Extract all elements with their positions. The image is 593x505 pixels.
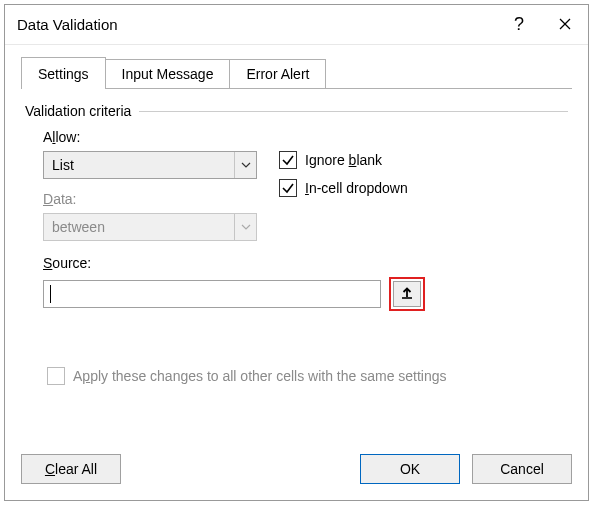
checkbox-icon xyxy=(47,367,65,385)
in-cell-dropdown-label: In-cell dropdown xyxy=(305,180,408,196)
titlebar: Data Validation ? xyxy=(5,5,588,45)
ok-button[interactable]: OK xyxy=(360,454,460,484)
data-value: between xyxy=(52,219,234,235)
data-validation-dialog: Data Validation ? Settings Input Message… xyxy=(4,4,589,501)
help-icon: ? xyxy=(514,14,524,35)
dialog-title: Data Validation xyxy=(17,16,496,33)
settings-panel: Validation criteria Allow: List xyxy=(21,89,572,454)
allow-value: List xyxy=(52,157,234,173)
validation-criteria-label: Validation criteria xyxy=(25,103,568,119)
chevron-down-icon xyxy=(234,152,256,178)
apply-to-others-label: Apply these changes to all other cells w… xyxy=(73,368,447,384)
range-select-icon xyxy=(400,286,414,303)
close-icon xyxy=(559,14,571,35)
ignore-blank-checkbox[interactable]: Ignore blank xyxy=(279,151,408,169)
allow-label: Allow: xyxy=(43,129,257,145)
chevron-down-icon xyxy=(234,214,256,240)
tab-input-message[interactable]: Input Message xyxy=(106,59,231,89)
dialog-footer: Clear All OK Cancel xyxy=(5,454,588,500)
apply-to-others-checkbox: Apply these changes to all other cells w… xyxy=(47,367,568,385)
data-label: Data: xyxy=(43,191,257,207)
source-input[interactable] xyxy=(43,280,381,308)
clear-all-button[interactable]: Clear All xyxy=(21,454,121,484)
checkbox-icon xyxy=(279,179,297,197)
dialog-body: Settings Input Message Error Alert Valid… xyxy=(5,45,588,454)
tab-error-alert[interactable]: Error Alert xyxy=(230,59,326,89)
text-caret xyxy=(50,285,51,303)
highlight-callout xyxy=(389,277,425,311)
collapse-dialog-button[interactable] xyxy=(393,281,421,307)
checkbox-icon xyxy=(279,151,297,169)
in-cell-dropdown-checkbox[interactable]: In-cell dropdown xyxy=(279,179,408,197)
source-label: Source: xyxy=(43,255,568,271)
allow-dropdown[interactable]: List xyxy=(43,151,257,179)
validation-criteria-text: Validation criteria xyxy=(25,103,131,119)
criteria-area: Allow: List Data: between xyxy=(25,119,568,385)
tab-strip: Settings Input Message Error Alert xyxy=(21,55,572,89)
cancel-button[interactable]: Cancel xyxy=(472,454,572,484)
ignore-blank-label: Ignore blank xyxy=(305,152,382,168)
tab-settings[interactable]: Settings xyxy=(21,57,106,89)
help-button[interactable]: ? xyxy=(496,5,542,45)
close-button[interactable] xyxy=(542,5,588,45)
data-dropdown: between xyxy=(43,213,257,241)
divider-line xyxy=(139,111,568,112)
